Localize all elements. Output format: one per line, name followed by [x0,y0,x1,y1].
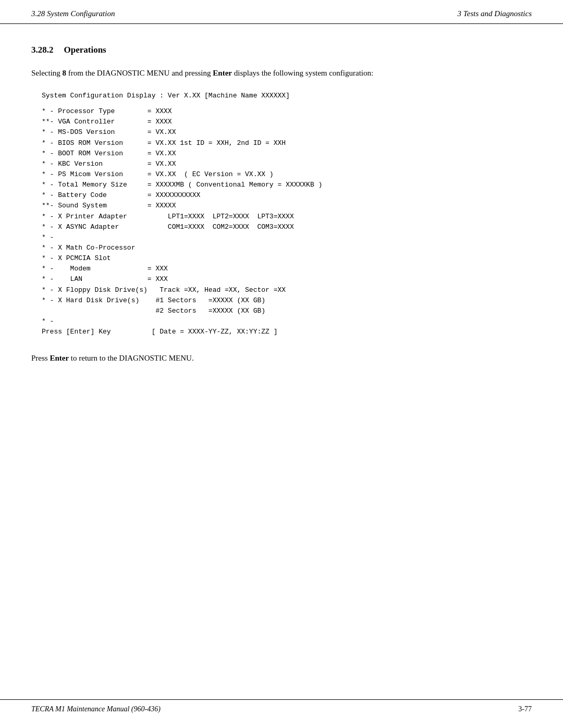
page-header: 3.28 System Configuration 3 Tests and Di… [0,0,563,24]
code-lines: * - Processor Type = XXXX**- VGA Control… [42,106,532,337]
code-line: * - MS-DOS Version = VX.XX [42,127,532,138]
code-block: System Configuration Display : Ver X.XX … [42,91,532,337]
code-line: * - Total Memory Size = XXXXXMB ( Conven… [42,180,532,190]
section-number: 3.28.2 [31,45,54,55]
page-footer: TECRA M1 Maintenance Manual (960-436) 3-… [0,699,563,713]
code-line: **- Sound System = XXXXX [42,201,532,211]
code-line: * - Modem = XXX [42,264,532,274]
code-header-line: System Configuration Display : Ver X.XX … [42,91,532,101]
header-left: 3.28 System Configuration [31,9,115,18]
footer-left: TECRA M1 Maintenance Manual (960-436) [31,705,161,713]
code-line: * - X ASYNC Adapter COM1=XXXX COM2=XXXX … [42,222,532,232]
closing-paragraph: Press Enter to return to the DIAGNOSTIC … [31,352,532,364]
code-line: * - X PCMCIA Slot [42,253,532,264]
code-line: * - Battery Code = XXXXXXXXXXX [42,190,532,201]
code-line: * - PS Micom Version = VX.XX ( EC Versio… [42,169,532,180]
code-line: * - LAN = XXX [42,274,532,285]
header-right: 3 Tests and Diagnostics [458,9,532,18]
code-line: * - X Floppy Disk Drive(s) Track =XX, He… [42,285,532,295]
code-line: * - X Printer Adapter LPT1=XXXX LPT2=XXX… [42,212,532,222]
section-heading: 3.28.2 Operations [31,45,532,55]
code-line: * - X Math Co-Processor [42,243,532,253]
intro-text-after: displays the following system configurat… [232,69,373,77]
code-line: **- VGA Controller = XXXX [42,117,532,127]
section-title: Operations [64,45,106,55]
code-line: * - X Hard Disk Drive(s) #1 Sectors =XXX… [42,295,532,306]
intro-text-middle: from the DIAGNOSTIC MENU and pressing [66,69,213,77]
code-line: #2 Sectors =XXXXX (XX GB) [42,306,532,316]
code-line: * - KBC Version = VX.XX [42,159,532,169]
intro-text-before: Selecting [31,69,63,77]
code-line: * - BOOT ROM Version = VX.XX [42,149,532,159]
main-content: 3.28.2 Operations Selecting 8 from the D… [0,24,563,396]
closing-text-before: Press [31,354,50,362]
code-line: Press [Enter] Key [ Date = XXXX-YY-ZZ, X… [42,327,532,337]
page: 3.28 System Configuration 3 Tests and Di… [0,0,563,728]
code-line: * - BIOS ROM Version = VX.XX 1st ID = XX… [42,138,532,149]
closing-bold: Enter [50,354,69,362]
code-line: * - Processor Type = XXXX [42,106,532,117]
code-line: * - [42,232,532,243]
intro-paragraph: Selecting 8 from the DIAGNOSTIC MENU and… [31,67,532,79]
intro-bold1: 8 [63,69,67,77]
closing-text-after: to return to the DIAGNOSTIC MENU. [69,354,194,362]
code-line: * - [42,316,532,327]
footer-right: 3-77 [518,705,532,713]
intro-bold2: Enter [213,69,232,77]
